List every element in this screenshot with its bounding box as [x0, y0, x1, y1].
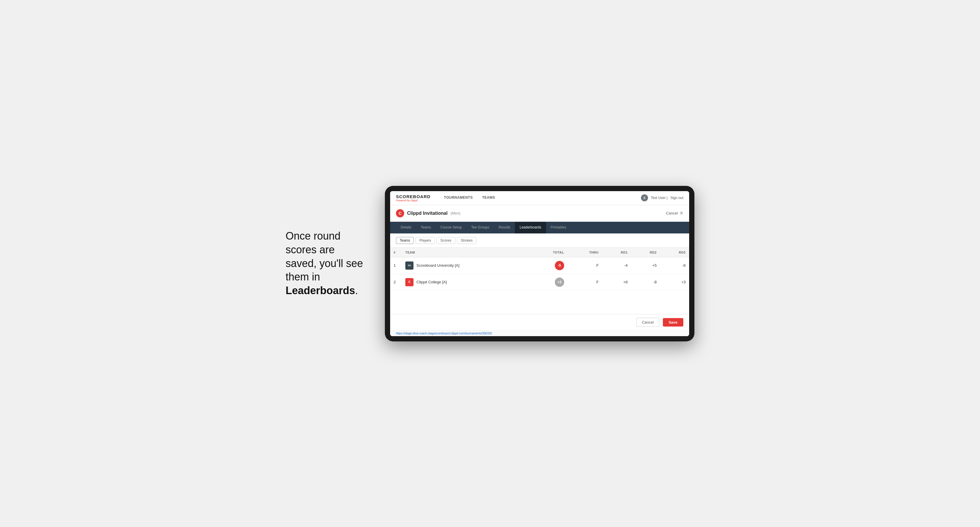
- tablet-screen: SCOREBOARD Powered by clippd TOURNAMENTS…: [390, 191, 689, 336]
- nav-right: S Test User | Sign out: [641, 194, 683, 202]
- url-bar: https://stage-blue-coach.stagescoreboard…: [390, 330, 689, 336]
- col-total: TOTAL: [530, 248, 568, 257]
- sign-out-link[interactable]: Sign out: [670, 196, 683, 200]
- sidebar-text-bold: Leaderboards: [286, 284, 355, 297]
- tournament-gender: (Men): [450, 211, 460, 215]
- page-wrapper: Once round scores are saved, you'll see …: [286, 186, 694, 341]
- rd3-1: -6: [660, 257, 689, 274]
- logo-sub-brand: clippd: [410, 199, 418, 202]
- cancel-button[interactable]: Cancel: [636, 318, 659, 327]
- user-avatar: S: [641, 194, 648, 202]
- rank-2: 2: [390, 274, 402, 290]
- col-thru: THRU: [568, 248, 602, 257]
- filter-players-button[interactable]: Players: [415, 237, 435, 244]
- score-badge-1: -5: [555, 261, 564, 270]
- col-rd2: RD2: [631, 248, 660, 257]
- tab-tee-groups[interactable]: Tee Groups: [466, 222, 494, 233]
- tab-results[interactable]: Results: [494, 222, 515, 233]
- nav-items: TOURNAMENTS TEAMS: [439, 191, 641, 205]
- tournament-name: Clippd Invitational: [407, 211, 448, 216]
- logo-sub: Powered by clippd: [396, 199, 430, 202]
- tab-course-setup[interactable]: Course Setup: [436, 222, 466, 233]
- tournament-icon: C: [396, 209, 404, 217]
- close-icon: ✕: [679, 210, 683, 216]
- logo-area: SCOREBOARD Powered by clippd: [396, 194, 430, 202]
- team-cell-2: C Clippd College [A]: [402, 274, 530, 290]
- user-name: Test User |: [651, 196, 668, 200]
- tab-details[interactable]: Details: [396, 222, 416, 233]
- top-nav: SCOREBOARD Powered by clippd TOURNAMENTS…: [390, 191, 689, 205]
- logo-text: SCOREBOARD: [396, 194, 430, 199]
- sidebar-text-plain: Once round scores are saved, you'll see …: [286, 230, 363, 283]
- team-logo-2: C: [405, 278, 414, 286]
- thru-1: F: [568, 257, 602, 274]
- team-name-1: Scoreboard University [A]: [417, 263, 459, 268]
- logo-sub-prefix: Powered by: [396, 199, 410, 202]
- bottom-bar: Cancel Save: [390, 314, 689, 330]
- table-row: 1 SU Scoreboard University [A] -5: [390, 257, 689, 274]
- rd1-2: +8: [602, 274, 631, 290]
- cancel-header-button[interactable]: Cancel ✕: [666, 210, 683, 216]
- total-1: -5: [530, 257, 568, 274]
- nav-item-teams[interactable]: TEAMS: [477, 191, 500, 205]
- filter-scores-button[interactable]: Scores: [437, 237, 455, 244]
- rd1-1: -4: [602, 257, 631, 274]
- sidebar-text-end: .: [355, 284, 358, 297]
- sub-nav: Details Teams Course Setup Tee Groups Re…: [390, 222, 689, 233]
- team-logo-1: SU: [405, 262, 414, 270]
- filter-teams-button[interactable]: Teams: [396, 237, 414, 244]
- sidebar-text: Once round scores are saved, you'll see …: [286, 229, 368, 298]
- filter-strokes-button[interactable]: Strokes: [457, 237, 477, 244]
- tablet: SCOREBOARD Powered by clippd TOURNAMENTS…: [385, 186, 694, 341]
- nav-item-tournaments[interactable]: TOURNAMENTS: [439, 191, 477, 205]
- tournament-title-area: C Clippd Invitational (Men): [396, 209, 460, 217]
- team-name-2: Clippd College [A]: [417, 280, 447, 284]
- rd3-2: +3: [660, 274, 689, 290]
- tab-teams[interactable]: Teams: [416, 222, 436, 233]
- rd2-2: -8: [631, 274, 660, 290]
- tournament-header: C Clippd Invitational (Men) Cancel ✕: [390, 205, 689, 222]
- spacer: [390, 290, 689, 308]
- leaderboard-table: # TEAM TOTAL THRU RD1 RD2 RD3 1: [390, 248, 689, 290]
- score-badge-2: +3: [555, 278, 564, 287]
- col-team: TEAM: [402, 248, 530, 257]
- thru-2: F: [568, 274, 602, 290]
- save-button[interactable]: Save: [663, 318, 683, 327]
- team-cell-1: SU Scoreboard University [A]: [402, 257, 530, 274]
- cancel-header-label: Cancel: [666, 211, 678, 215]
- rd2-1: +5: [631, 257, 660, 274]
- col-rd3: RD3: [660, 248, 689, 257]
- table-row: 2 C Clippd College [A] +3 F: [390, 274, 689, 290]
- tab-leaderboards[interactable]: Leaderboards: [515, 222, 546, 233]
- col-rd1: RD1: [602, 248, 631, 257]
- tab-printables[interactable]: Printables: [546, 222, 571, 233]
- col-rank: #: [390, 248, 402, 257]
- total-2: +3: [530, 274, 568, 290]
- rank-1: 1: [390, 257, 402, 274]
- filter-bar: Teams Players Scores Strokes: [390, 233, 689, 248]
